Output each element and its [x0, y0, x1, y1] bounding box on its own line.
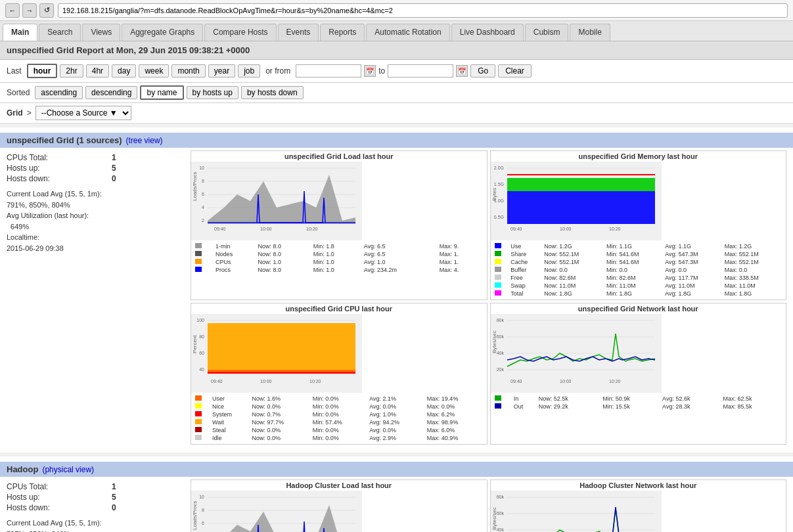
- tab-events[interactable]: Events: [278, 24, 319, 41]
- hadoop-load-info: Current Load Avg (15, 5, 1m): 797%, 852%…: [7, 518, 191, 532]
- time-btn-4hr[interactable]: 4hr: [86, 64, 109, 78]
- hadoop-hosts-up-value: 5: [112, 493, 116, 502]
- tab-cubism[interactable]: Cubism: [525, 24, 569, 41]
- spacer-2: [0, 453, 793, 456]
- sort-by-name[interactable]: by name: [140, 85, 183, 100]
- cluster-name-unspecified: unspecified Grid (1 sources): [7, 135, 122, 145]
- address-bar[interactable]: [58, 3, 788, 18]
- hadoop-cpus-total-value: 1: [112, 482, 116, 491]
- tab-automatic-rotation[interactable]: Automatic Rotation: [366, 24, 449, 41]
- stat-cpus-total: CPUs Total: 1: [7, 153, 191, 162]
- tab-live-dashboard[interactable]: Live Dashboard: [451, 24, 524, 41]
- time-btn-week[interactable]: week: [139, 64, 169, 78]
- svg-text:10: 10: [199, 495, 204, 499]
- cluster-header-unspecified: unspecified Grid (1 sources) (tree view): [0, 133, 793, 148]
- time-btn-job[interactable]: job: [238, 64, 260, 78]
- sort-by-hosts-down[interactable]: by hosts down: [241, 86, 304, 99]
- svg-text:10:00: 10:00: [260, 379, 272, 384]
- time-btn-day[interactable]: day: [112, 64, 136, 78]
- cluster-unspecified: unspecified Grid (1 sources) (tree view)…: [0, 133, 793, 447]
- from-calendar-button[interactable]: 📅: [364, 65, 376, 77]
- graph-load-unspecified[interactable]: unspecified Grid Load last hour Loads/Pr…: [191, 150, 487, 300]
- svg-text:1.5G: 1.5G: [493, 182, 503, 187]
- svg-rect-25: [507, 178, 655, 191]
- svg-rect-41: [208, 370, 355, 372]
- graph-network-hadoop[interactable]: Hadoop Cluster Network last hour Bytes/s…: [490, 479, 787, 532]
- tab-main[interactable]: Main: [3, 24, 37, 41]
- hadoop-cpus-total-label: CPUs Total:: [7, 482, 112, 491]
- last-label: Last: [7, 66, 22, 76]
- stat-hosts-up: Hosts up: 5: [7, 164, 191, 173]
- load-avg-label: Current Load Avg (15, 5, 1m):: [7, 188, 191, 200]
- svg-text:10:20: 10:20: [309, 379, 321, 384]
- graph-load-title: unspecified Grid Load last hour: [191, 151, 487, 162]
- graph-memory-title: unspecified Grid Memory last hour: [491, 151, 786, 162]
- go-button[interactable]: Go: [470, 64, 495, 78]
- sort-by-hosts-up[interactable]: by hosts up: [187, 86, 238, 99]
- cluster-content-hadoop: CPUs Total: 1 Hosts up: 5 Hosts down: 0 …: [0, 477, 793, 532]
- time-btn-2hr[interactable]: 2hr: [60, 64, 83, 78]
- graph-load-hadoop[interactable]: Hadoop Cluster Load last hour Loads/Proc…: [191, 479, 487, 532]
- reload-button[interactable]: ↺: [39, 3, 54, 18]
- svg-text:40k: 40k: [496, 527, 504, 532]
- hadoop-hosts-down-label: Hosts down:: [7, 503, 112, 512]
- cluster-header-hadoop: Hadoop (physical view): [0, 462, 793, 477]
- to-calendar-button[interactable]: 📅: [456, 65, 468, 77]
- svg-text:6: 6: [202, 521, 204, 525]
- hosts-down-value: 0: [112, 174, 116, 183]
- time-btn-hour[interactable]: hour: [27, 64, 58, 78]
- svg-text:8: 8: [202, 179, 204, 183]
- report-title: unspecified Grid Report at Mon, 29 Jun 2…: [7, 45, 250, 55]
- svg-text:09:40: 09:40: [510, 227, 522, 231]
- sort-ascending[interactable]: ascending: [35, 86, 83, 99]
- forward-button[interactable]: →: [22, 3, 37, 18]
- time-btn-month[interactable]: month: [171, 64, 205, 78]
- sort-controls: Sorted ascending descending by name by h…: [0, 83, 793, 103]
- svg-text:10:20: 10:20: [609, 227, 621, 231]
- tab-reports[interactable]: Reports: [320, 24, 365, 41]
- tab-compare-hosts[interactable]: Compare Hosts: [204, 24, 276, 41]
- graph-load-svg: Loads/Procs 10 8 6 4 2: [191, 162, 362, 240]
- svg-text:6: 6: [202, 192, 204, 196]
- time-controls: Last hour 2hr 4hr day week month year jo…: [0, 60, 793, 83]
- svg-text:100: 100: [196, 318, 204, 322]
- svg-text:Loads/Procs: Loads/Procs: [192, 501, 198, 530]
- graph-memory-legend: UseNow: 1.2GMin: 1.1GAvg: 1.1GMax: 1.2G …: [491, 240, 786, 299]
- cluster-content-unspecified: CPUs Total: 1 Hosts up: 5 Hosts down: 0 …: [0, 148, 793, 447]
- cluster-tree-view-link[interactable]: (tree view): [126, 136, 163, 145]
- graph-hadoop-network-svg: Bytes/sec 80k 60k 40k 20k 09:40 10:00: [491, 491, 662, 532]
- source-select[interactable]: --Choose a Source ▼: [35, 106, 131, 120]
- from-date-input[interactable]: [296, 64, 361, 78]
- svg-text:2: 2: [202, 218, 204, 223]
- svg-text:10:00: 10:00: [560, 227, 572, 231]
- sorted-label: Sorted: [7, 88, 30, 97]
- hadoop-stat-hosts-down: Hosts down: 0: [7, 503, 191, 512]
- svg-text:40: 40: [199, 367, 204, 372]
- svg-text:40k: 40k: [496, 351, 504, 355]
- to-date-input[interactable]: [388, 64, 453, 78]
- svg-text:1.0G: 1.0G: [493, 198, 503, 203]
- graph-memory-unspecified[interactable]: unspecified Grid Memory last hour Bytes …: [490, 150, 787, 300]
- grid-arrow: >: [27, 108, 32, 118]
- tab-views[interactable]: Views: [82, 24, 120, 41]
- svg-text:10:00: 10:00: [560, 379, 572, 384]
- tab-mobile[interactable]: Mobile: [570, 24, 610, 41]
- svg-text:80k: 80k: [496, 495, 504, 499]
- svg-text:60: 60: [199, 351, 204, 355]
- tab-search[interactable]: Search: [39, 24, 81, 41]
- graph-network-unspecified[interactable]: unspecified Grid Network last hour Bytes…: [490, 303, 787, 445]
- cluster-physical-view-link[interactable]: (physical view): [42, 465, 94, 474]
- graph-load-legend: 1-minNow: 8.0Min: 1.8Avg: 6.5Max: 9. Nod…: [191, 240, 487, 276]
- graph-cpu-unspecified[interactable]: unspecified Grid CPU last hour Percent 1…: [191, 303, 487, 445]
- svg-text:80: 80: [199, 334, 204, 339]
- sort-descending[interactable]: descending: [85, 86, 137, 99]
- back-button[interactable]: ←: [5, 3, 20, 18]
- main-content: unspecified Grid Report at Mon, 29 Jun 2…: [0, 41, 793, 532]
- graph-cpu-title: unspecified Grid CPU last hour: [191, 303, 487, 314]
- graph-cpu-svg: Percent 100 80 60 40: [191, 314, 362, 393]
- cluster-graphs-hadoop: Hadoop Cluster Load last hour Loads/Proc…: [191, 479, 786, 532]
- clear-button[interactable]: Clear: [498, 64, 532, 78]
- tab-aggregate-graphs[interactable]: Aggregate Graphs: [122, 24, 203, 41]
- time-btn-year[interactable]: year: [208, 64, 235, 78]
- cluster-hadoop: Hadoop (physical view) CPUs Total: 1 Hos…: [0, 462, 793, 532]
